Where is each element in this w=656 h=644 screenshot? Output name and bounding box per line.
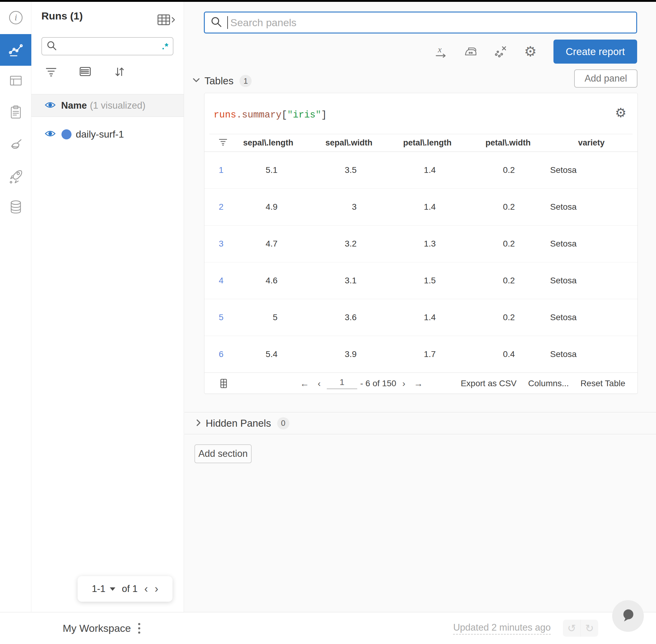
row-index-link[interactable]: 3	[205, 225, 241, 262]
run-list-item[interactable]: daily-surf-1	[31, 123, 184, 145]
cell-sepal-width: 3.6	[308, 299, 387, 336]
caret-down-icon[interactable]	[110, 588, 115, 591]
search-icon	[210, 16, 222, 29]
reset-table-button[interactable]: Reset Table	[581, 378, 625, 388]
page-number-input[interactable]: 1	[327, 377, 357, 389]
cell-sepal-length: 4.6	[241, 262, 308, 299]
run-color-dot[interactable]	[62, 129, 71, 139]
runs-pagination: 1-1 of 1 ‹ ›	[77, 576, 172, 602]
eye-icon[interactable]	[45, 101, 56, 110]
eye-icon[interactable]	[45, 130, 56, 138]
wandb-workspace: i	[0, 0, 656, 644]
cell-petal-length: 1.3	[387, 225, 466, 262]
page-total-label: of 1	[122, 583, 138, 594]
cell-sepal-length: 4.9	[241, 188, 308, 225]
cell-sepal-width: 3.9	[308, 336, 387, 372]
runs-search-input[interactable]	[57, 41, 162, 51]
cell-variety: Setosa	[545, 225, 637, 262]
table-row: 1 5.1 3.5 1.4 0.2 Setosa	[205, 152, 637, 188]
runs-title: Runs (1)	[41, 10, 83, 22]
name-column-label: Name	[61, 100, 87, 111]
clipboard-icon	[8, 105, 23, 120]
updated-timestamp[interactable]: Updated 2 minutes ago	[453, 622, 551, 635]
artifacts-button[interactable]	[0, 194, 31, 222]
row-index-link[interactable]: 2	[205, 188, 241, 225]
column-header[interactable]: sepal\.length	[241, 134, 308, 152]
smoothing-iron-icon[interactable]	[464, 44, 478, 59]
sweeps-button[interactable]	[0, 132, 31, 160]
x-axis-settings-icon[interactable]: x	[434, 44, 448, 59]
undo-button[interactable]: ↺	[563, 620, 581, 637]
prev-page-button[interactable]: ‹	[313, 378, 325, 389]
row-index-link[interactable]: 6	[205, 336, 241, 372]
hidden-panels-count-badge: 0	[277, 417, 289, 430]
column-header[interactable]: petal\.length	[387, 134, 466, 152]
next-page-button[interactable]: ›	[155, 583, 158, 594]
workspace-settings-gear-icon[interactable]: ⚙	[523, 44, 537, 59]
export-csv-button[interactable]: Export as CSV	[461, 378, 517, 388]
runs-name-header[interactable]: Name (1 visualized)	[31, 94, 184, 117]
create-report-button[interactable]: Create report	[554, 40, 637, 64]
sort-icon[interactable]	[113, 66, 125, 78]
columns-button[interactable]: Columns...	[528, 378, 569, 388]
prev-page-button[interactable]: ‹	[144, 583, 148, 594]
launch-button[interactable]	[0, 163, 31, 191]
panels-layout-button[interactable]	[0, 67, 31, 95]
code-lbracket: [	[281, 110, 287, 120]
filter-icon[interactable]	[45, 66, 57, 78]
cell-sepal-width: 3.2	[308, 225, 387, 262]
cell-sepal-width: 3	[308, 188, 387, 225]
panel-settings-gear-icon[interactable]: ⚙	[615, 107, 627, 119]
page-range-dropdown[interactable]: 1-1	[92, 583, 106, 594]
code-quote: "	[287, 110, 293, 120]
runs-search-box[interactable]: .*	[41, 37, 173, 55]
cell-petal-length: 1.5	[387, 262, 466, 299]
svg-text:i: i	[14, 13, 17, 22]
column-header[interactable]: petal\.width	[466, 134, 545, 152]
redo-button[interactable]: ↻	[581, 620, 598, 637]
cell-petal-length: 1.4	[387, 188, 466, 225]
cell-petal-length: 1.4	[387, 299, 466, 336]
search-panels-placeholder: Search panels	[230, 17, 296, 29]
runs-toolbar	[45, 66, 161, 78]
column-header[interactable]: variety	[545, 134, 637, 152]
run-name[interactable]: daily-surf-1	[76, 129, 124, 140]
table-row: 4 4.6 3.1 1.5 0.2 Setosa	[205, 262, 637, 299]
chevron-right-icon[interactable]	[196, 419, 202, 428]
row-index-link[interactable]: 1	[205, 152, 241, 188]
tables-section-header[interactable]: Tables 1	[192, 75, 252, 87]
code-dot: .	[236, 110, 242, 120]
next-page-button[interactable]: ›	[398, 378, 409, 389]
search-panels-box[interactable]: Search panels	[204, 12, 637, 33]
column-header[interactable]: sepal\.width	[308, 134, 387, 152]
workspace-name-label[interactable]: My Workspace	[63, 622, 131, 634]
panels-icon	[8, 73, 23, 90]
hidden-panels-section-header[interactable]: Hidden Panels 0	[184, 412, 656, 434]
expand-runs-table-button[interactable]	[157, 14, 175, 25]
row-index-link[interactable]: 5	[205, 299, 241, 336]
cell-sepal-length: 5.4	[241, 336, 308, 372]
first-page-button[interactable]: ←	[296, 378, 313, 389]
cell-sepal-width: 3.5	[308, 152, 387, 188]
add-panel-button[interactable]: Add panel	[574, 69, 637, 88]
column-filter-icon[interactable]	[205, 134, 241, 152]
logs-button[interactable]	[0, 99, 31, 127]
hidden-panels-label: Hidden Panels	[206, 418, 271, 429]
workspace-charts-tab[interactable]	[0, 34, 31, 66]
add-section-button[interactable]: Add section	[194, 444, 252, 463]
compact-table-icon[interactable]	[220, 379, 227, 388]
row-index-link[interactable]: 4	[205, 262, 241, 299]
code-rbracket: ]	[321, 110, 327, 120]
remove-outliers-icon[interactable]	[493, 44, 508, 59]
table-footer: ← ‹ 1 - 6 of 150 › → Export as CSV Colum…	[205, 373, 637, 393]
overview-info-button[interactable]: i	[0, 4, 31, 32]
group-list-icon[interactable]	[79, 66, 91, 78]
panel-expression[interactable]: runs.summary["iris"]	[214, 110, 327, 120]
code-property: summary	[242, 110, 281, 120]
regex-toggle[interactable]: .*	[162, 41, 168, 51]
chevron-down-icon[interactable]	[192, 77, 200, 84]
last-page-button[interactable]: →	[409, 378, 427, 389]
support-chat-button[interactable]	[612, 600, 644, 632]
left-icon-rail: i	[0, 2, 31, 612]
workspace-menu-kebab-icon[interactable]	[138, 623, 140, 634]
